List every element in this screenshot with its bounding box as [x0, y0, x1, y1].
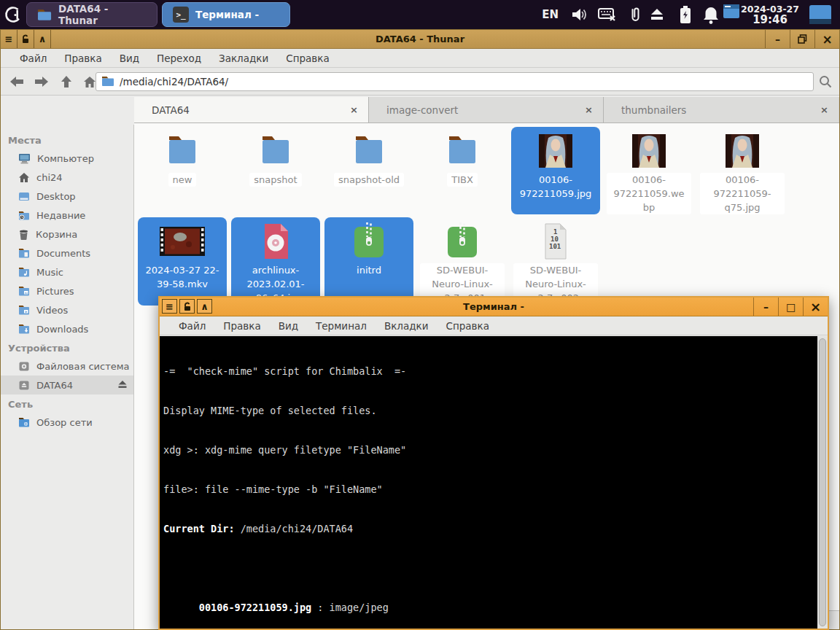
close-button[interactable]: ×	[814, 30, 839, 48]
sidebar-item-recent[interactable]: Недавние	[1, 206, 133, 225]
keyboard-layout-indicator[interactable]: EN	[542, 0, 559, 29]
sidebar-item-videos[interactable]: Videos	[1, 300, 133, 319]
menu-tabs[interactable]: Вкладки	[376, 320, 438, 332]
folder-icon	[37, 9, 52, 21]
sidebar-item-trash[interactable]: Корзина	[1, 225, 133, 244]
distro-logo-icon[interactable]	[4, 5, 23, 25]
tab-thumbnailers[interactable]: thumbnailers ×	[604, 97, 839, 122]
videos-folder-icon	[18, 305, 30, 315]
tab-data64[interactable]: DATA64 ×	[134, 97, 369, 122]
file-folder-snapshot-old[interactable]: snapshot-old	[324, 127, 413, 214]
eject-button-icon[interactable]	[117, 380, 128, 389]
file-iso-archlinux[interactable]: archlinux-2023.02.01-x86_64.iso	[231, 217, 320, 306]
terminal-titlebar[interactable]: ≡ ∧ Терминал - – □ ×	[160, 298, 828, 316]
file-archive-7z-001[interactable]: SD-WEBUI-Neuro-Linux-v2.7z.001	[418, 217, 507, 306]
sidebar-item-label: chi24	[36, 172, 63, 183]
menu-file[interactable]: Файл	[11, 52, 55, 64]
menu-help[interactable]: Справка	[437, 320, 497, 332]
volume-icon[interactable]	[572, 7, 589, 22]
sidebar-header-devices: Устройства	[1, 338, 133, 357]
up-arrow-icon	[61, 75, 72, 88]
clock[interactable]: 2024-03-27 19:46	[736, 0, 804, 29]
close-button[interactable]: ×	[803, 298, 828, 316]
file-video-mkv[interactable]: 2024-03-27 22-39-58.mkv	[138, 217, 227, 306]
show-desktop-icon[interactable]	[809, 5, 831, 24]
svg-text:10: 10	[551, 236, 559, 243]
file-folder-snapshot[interactable]: snapshot	[231, 127, 320, 214]
menu-edit[interactable]: Правка	[214, 320, 269, 332]
battery-icon[interactable]	[680, 6, 691, 24]
tab-close-icon[interactable]: ×	[585, 104, 593, 115]
downloads-folder-icon	[18, 324, 30, 334]
file-archive-initrd[interactable]: initrd	[324, 217, 413, 306]
sidebar-item-data64[interactable]: DATA64	[1, 376, 133, 394]
sidebar-item-downloads[interactable]: Downloads	[1, 319, 133, 338]
thunar-toolbar	[1, 68, 839, 96]
tab-image-convert[interactable]: image-convert ×	[369, 97, 604, 122]
menu-edit[interactable]: Правка	[55, 52, 110, 64]
sidebar-item-documents[interactable]: Documents	[1, 244, 133, 262]
binary-file-icon: 110101	[541, 223, 570, 260]
window-pin-icon[interactable]	[179, 299, 195, 314]
minimize-button[interactable]: –	[765, 30, 790, 48]
sidebar-item-network-browse[interactable]: Обзор сети	[1, 413, 133, 432]
folder-icon	[101, 76, 114, 87]
video-thumbnail	[160, 227, 205, 256]
menu-terminal[interactable]: Терминал	[307, 320, 376, 332]
menu-help[interactable]: Справка	[277, 52, 338, 64]
taskbar-button-terminal[interactable]: >_ Терминал -	[162, 2, 290, 27]
menu-go[interactable]: Переход	[148, 52, 210, 64]
removable-media-eject-icon[interactable]	[649, 8, 665, 21]
window-title: Терминал -	[160, 301, 828, 312]
taskbar-button-thunar[interactable]: DATA64 - Thunar	[26, 2, 158, 27]
sidebar-item-music[interactable]: Music	[1, 262, 133, 281]
image-thumbnail	[726, 134, 759, 168]
up-button[interactable]	[56, 73, 77, 90]
tab-close-icon[interactable]: ×	[820, 104, 828, 115]
file-label: TIBX	[447, 173, 478, 187]
search-button[interactable]	[816, 73, 835, 90]
menu-file[interactable]: Файл	[170, 320, 214, 332]
file-folder-tibx[interactable]: TIBX	[418, 127, 507, 214]
file-image-jpg[interactable]: 00106-972211059.jpg	[511, 127, 600, 214]
sidebar-item-desktop[interactable]: Desktop	[1, 187, 133, 206]
file-label: 00106-972211059.jpg	[513, 173, 598, 201]
sidebar-item-label: Корзина	[36, 229, 77, 240]
window-shade-icon[interactable]: ∧	[197, 299, 212, 314]
path-input[interactable]	[96, 72, 814, 91]
file-folder-new[interactable]: new	[138, 127, 227, 214]
sidebar-item-home[interactable]: chi24	[1, 168, 133, 187]
thunar-titlebar[interactable]: ≡ ∧ DATA64 - Thunar – ×	[1, 30, 839, 49]
window-shade-icon[interactable]: ∧	[34, 30, 51, 48]
sidebar-item-filesystem[interactable]: Файловая система	[1, 357, 133, 376]
keyboard-disabled-icon[interactable]	[598, 8, 617, 22]
file-binary-7z-002[interactable]: 110101 SD-WEBUI-Neuro-Linux-v2.7z.002	[511, 217, 600, 306]
terminal-window: ≡ ∧ Терминал - – □ × Файл Правка Вид Тер…	[158, 296, 829, 630]
sidebar-item-label: Недавние	[36, 210, 85, 221]
notifications-bell-icon[interactable]	[701, 6, 720, 25]
maximize-button[interactable]	[790, 30, 814, 48]
minimize-button[interactable]: –	[753, 298, 778, 316]
sidebar-item-pictures[interactable]: Pictures	[1, 281, 133, 300]
tab-close-icon[interactable]: ×	[350, 104, 358, 115]
menu-bookmarks[interactable]: Закладки	[210, 52, 277, 64]
scrollbar-thumb[interactable]	[819, 338, 826, 626]
file-label: 2024-03-27 22-39-58.mkv	[140, 263, 225, 291]
clipboard-manager-icon[interactable]	[629, 6, 642, 23]
window-menu-icon[interactable]: ≡	[162, 299, 177, 314]
forward-button[interactable]	[31, 73, 52, 90]
back-button[interactable]	[7, 73, 27, 90]
menu-view[interactable]: Вид	[111, 52, 148, 64]
maximize-button[interactable]: □	[778, 298, 803, 316]
window-menu-icon[interactable]: ≡	[1, 30, 18, 48]
file-image-webp[interactable]: 00106-972211059.webp	[604, 127, 693, 214]
file-label: 00106-972211059.webp	[607, 173, 691, 214]
file-label: snapshot-old	[334, 173, 404, 187]
file-label: new	[168, 173, 197, 187]
file-image-q75[interactable]: 00106-972211059-q75.jpg	[698, 127, 787, 214]
menu-view[interactable]: Вид	[270, 320, 307, 332]
terminal-content[interactable]: -= "check-mime" script for Chimbalix =- …	[160, 336, 828, 629]
window-pin-icon[interactable]	[18, 30, 34, 48]
terminal-scrollbar[interactable]	[817, 336, 828, 629]
sidebar-item-computer[interactable]: Компьютер	[1, 149, 133, 168]
